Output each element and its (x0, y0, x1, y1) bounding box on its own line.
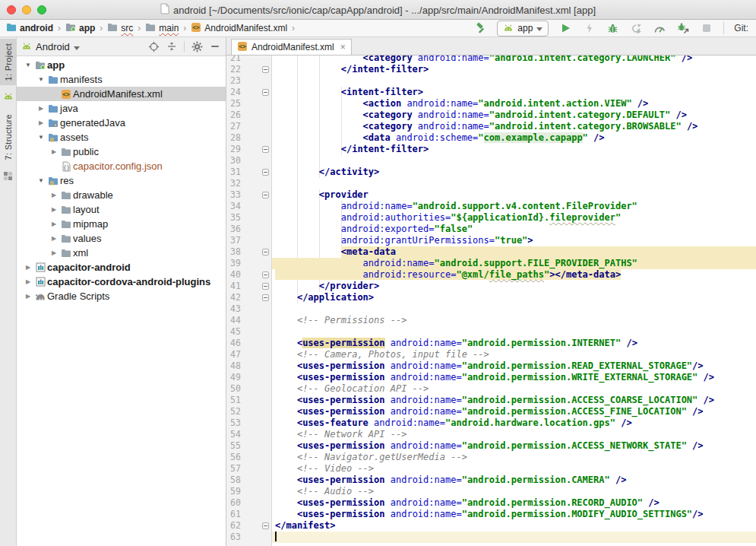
code-line[interactable]: <!-- Network API --> (272, 429, 756, 440)
tool-stripe-tab-1-project[interactable]: 1: Project (0, 39, 17, 85)
tree-item-capacitor-cordova-android-plugins[interactable]: ▶capacitor-cordova-android-plugins (17, 275, 226, 289)
settings-icon[interactable] (191, 40, 203, 52)
collapsed-arrow-icon[interactable]: ▶ (49, 192, 59, 198)
code-line[interactable]: </intent-filter> (272, 64, 756, 75)
tree-item-gradle-scripts[interactable]: ▶Gradle Scripts (17, 289, 226, 303)
fold-marker-icon[interactable] (262, 169, 269, 176)
fold-marker-icon[interactable] (262, 249, 269, 256)
tree-item-res[interactable]: ▼res (17, 173, 226, 188)
fold-marker-icon[interactable] (262, 294, 269, 301)
breadcrumb-item-androidmanifest-xml[interactable]: <>AndroidManifest.xml (189, 21, 289, 36)
collapsed-arrow-icon[interactable]: ▶ (49, 235, 59, 242)
run-icon[interactable] (558, 21, 572, 35)
code-line[interactable]: <category android:name="android.intent.c… (272, 121, 756, 132)
locate-icon[interactable] (147, 40, 160, 52)
tree-item-manifests[interactable]: ▼manifests (17, 72, 226, 87)
collapsed-arrow-icon[interactable]: ▶ (49, 206, 59, 213)
close-tab-icon[interactable]: × (340, 42, 346, 52)
tree-item-mipmap[interactable]: ▶mipmap (17, 217, 226, 231)
code-line[interactable]: <intent-filter> (272, 87, 756, 98)
tree-item-generatedjava[interactable]: ▶generatedJava (17, 116, 226, 130)
code-line[interactable]: </application> (272, 292, 756, 303)
debug-icon[interactable] (606, 21, 619, 35)
code-area[interactable]: <category android:name="android.intent.c… (272, 56, 756, 546)
grid-icon[interactable] (4, 170, 12, 183)
code-line[interactable]: <provider (272, 189, 756, 201)
code-line[interactable]: <uses-permission android:name="android.p… (272, 372, 756, 383)
code-line[interactable]: android:name="android.support.v4.content… (272, 201, 756, 212)
run-configuration-select[interactable]: app (497, 21, 549, 37)
code-line[interactable]: android:grantUriPermissions="true"> (272, 235, 756, 246)
code-line[interactable]: android:authorities="${applicationId}.fi… (272, 212, 756, 224)
fold-marker-icon[interactable] (262, 146, 269, 153)
profiler-icon[interactable] (653, 21, 666, 35)
code-line[interactable]: <uses-permission android:name="android.p… (272, 406, 756, 417)
code-line[interactable]: android:name="android.support.FILE_PROVI… (272, 258, 756, 269)
breadcrumb-item-src[interactable]: src (106, 22, 134, 35)
code-line[interactable]: <uses-permission android:name="android.p… (272, 497, 756, 509)
code-line[interactable] (272, 303, 756, 315)
code-line[interactable]: android:exported="false" (272, 224, 756, 235)
code-line[interactable]: <uses-permission android:name="android.p… (272, 440, 756, 452)
tool-stripe-tab-7-structure[interactable]: 7: Structure (0, 110, 17, 164)
build-hammer-icon[interactable] (473, 21, 487, 35)
collapse-all-icon[interactable] (166, 40, 178, 52)
code-line[interactable] (272, 326, 756, 338)
collapsed-arrow-icon[interactable]: ▶ (36, 105, 46, 112)
code-line[interactable]: <category android:name="android.intent.c… (272, 110, 756, 121)
fold-marker-icon[interactable] (262, 522, 269, 529)
code-line[interactable]: <uses-feature android:name="android.hard… (272, 417, 756, 429)
code-line[interactable]: <!-- Navigator.getUserMedia --> (272, 452, 756, 463)
code-line[interactable]: <!-- Camera, Photos, input file --> (272, 349, 756, 360)
code-line[interactable]: <!-- Geolocation API --> (272, 383, 756, 395)
tree-item-assets[interactable]: ▼assets (17, 130, 226, 144)
code-line[interactable]: <data android:scheme="com.example.capapp… (272, 132, 756, 144)
fold-marker-icon[interactable] (262, 271, 269, 278)
code-line[interactable]: <!-- Permissions --> (272, 315, 756, 326)
code-line[interactable]: <uses-permission android:name="android.p… (272, 395, 756, 406)
collapsed-arrow-icon[interactable]: ▶ (23, 293, 33, 300)
tree-item-layout[interactable]: ▶layout (17, 202, 226, 217)
tree-item-java[interactable]: ▶java (17, 101, 226, 116)
expanded-arrow-icon[interactable]: ▼ (23, 62, 33, 68)
attach-debugger-icon[interactable] (676, 21, 690, 35)
code-line[interactable]: <uses-permission android:name="android.p… (272, 475, 756, 486)
code-line[interactable]: <meta-data (272, 246, 756, 258)
code-line[interactable]: </intent-filter> (272, 144, 756, 155)
code-line[interactable]: <uses-permission android:name="android.p… (272, 509, 756, 520)
breadcrumb-item-main[interactable]: main (144, 22, 180, 35)
code-line[interactable]: </provider> (272, 281, 756, 292)
tree-item-drawable[interactable]: ▶drawable (17, 188, 226, 202)
code-line[interactable]: <uses-permission android:name="android.p… (272, 360, 756, 372)
code-line[interactable]: <uses-permission android:name="android.p… (272, 338, 756, 349)
tree-item-capacitor-android[interactable]: ▶capacitor-android (17, 260, 226, 275)
tree-item-androidmanifest-xml[interactable]: <>AndroidManifest.xml (17, 87, 226, 101)
collapsed-arrow-icon[interactable]: ▶ (23, 278, 33, 285)
expanded-arrow-icon[interactable]: ▼ (36, 177, 46, 184)
tree-item-app[interactable]: ▼app (17, 58, 226, 72)
fold-marker-icon[interactable] (262, 89, 269, 96)
code-line[interactable] (272, 178, 756, 189)
code-line[interactable] (272, 75, 756, 87)
collapsed-arrow-icon[interactable]: ▶ (49, 148, 59, 155)
collapsed-arrow-icon[interactable]: ▶ (49, 249, 59, 256)
code-line[interactable]: <!-- Video --> (272, 463, 756, 475)
android-head-icon[interactable] (3, 90, 14, 103)
code-line[interactable]: </activity> (272, 167, 756, 178)
tree-item-capacitor-config-json[interactable]: {}capacitor.config.json (17, 159, 226, 173)
collapsed-arrow-icon[interactable]: ▶ (49, 221, 59, 227)
breadcrumb-item-android[interactable]: android (5, 22, 55, 35)
tree-item-values[interactable]: ▶values (17, 231, 226, 246)
code-line[interactable]: <category android:name="android.intent.c… (272, 56, 756, 64)
fold-marker-icon[interactable] (262, 283, 269, 290)
project-view-selector[interactable]: Android (36, 41, 70, 52)
tree-item-public[interactable]: ▶public (17, 144, 226, 159)
fold-marker-icon[interactable] (262, 192, 269, 198)
hide-icon[interactable] (209, 40, 221, 52)
code-line[interactable]: <action android:name="android.intent.act… (272, 98, 756, 110)
breadcrumb-item-app[interactable]: app (64, 22, 96, 35)
tree-item-xml[interactable]: ▶xml (17, 246, 226, 260)
editor-tab-androidmanifest[interactable]: <> AndroidManifest.xml × (231, 39, 352, 55)
expanded-arrow-icon[interactable]: ▼ (36, 76, 46, 83)
code-line[interactable] (272, 532, 756, 543)
